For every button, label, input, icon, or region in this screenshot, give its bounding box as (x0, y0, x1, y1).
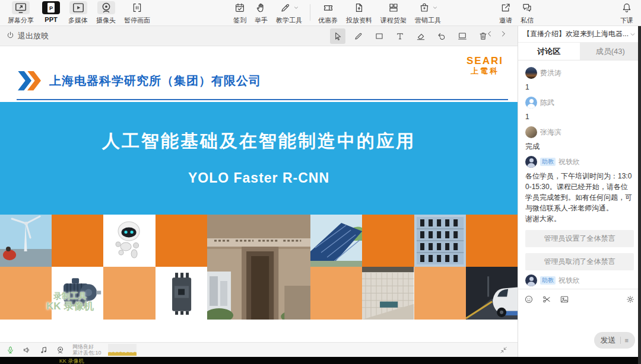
orange-tile-dark (362, 215, 414, 267)
toolbar-icon-row (131, 1, 144, 14)
toolbar-item-invite[interactable]: 邀请 (499, 1, 512, 25)
toolbar-divider (310, 4, 310, 21)
electric-car-photo (466, 267, 518, 320)
toolbar-item-direct-message[interactable]: 私信 (521, 1, 534, 25)
toolbar-group-end: 下课 (616, 1, 637, 25)
text-tool[interactable] (392, 28, 408, 44)
live-intro-title: 【直播介绍】欢迎来到上海电器... (523, 29, 629, 39)
pause-screen-icon (131, 1, 144, 14)
company-name: 上海电器科学研究所（集团）有限公司 (49, 73, 261, 89)
send-label: 发送 (601, 335, 616, 346)
recorder-watermark-line1: 录制工具 (46, 290, 94, 301)
chevron-decoration-blue (18, 71, 31, 91)
webcam-status-icon[interactable] (56, 346, 65, 355)
toolbar-item-screen-share[interactable]: 屏幕分享 (8, 1, 34, 25)
emoji-icon[interactable] (524, 295, 534, 304)
exit-presentation-button[interactable]: 退出放映 (6, 31, 49, 41)
annotation-tools (330, 28, 491, 44)
message-header: 陈武 (525, 97, 634, 108)
window-scrollbar[interactable] (638, 26, 641, 364)
sender-name: 祝轶欣 (559, 157, 580, 167)
invite-icon (499, 1, 512, 14)
circuit-breaker-photo (156, 267, 207, 320)
ppt-icon: P (42, 1, 60, 14)
materials-icon (353, 1, 366, 14)
toolbar-icon-row (255, 1, 268, 14)
toolbar-item-coupon[interactable]: 优惠券 (318, 1, 338, 25)
letterbox-bar: KK 录像机 (0, 357, 641, 364)
toolbar-icon-row (499, 1, 512, 14)
chat-message: 张海滨完成 (518, 122, 641, 152)
chat-message: 助教祝轶欣各位学员，下午培训时间为：13:00-15:30。课程已经开始，请各位… (518, 152, 641, 224)
message-header: 助教祝轶欣 (525, 274, 634, 286)
toolbar-item-class-end[interactable]: 下课 (620, 1, 633, 25)
toolbar-item-label: 屏幕分享 (8, 16, 34, 25)
toolbar-item-webcam[interactable]: 摄像头 (96, 1, 116, 25)
toolbar-icon-row (418, 1, 438, 14)
institute-building-photo (207, 215, 310, 320)
class-end-icon (620, 1, 633, 14)
toolbar-item-raise-hand[interactable]: 举手 (255, 1, 268, 25)
pen-tool[interactable] (351, 28, 366, 44)
toolbar-group-teaching: 签到举手教学工具优惠券投放资料课程货架营销工具 (229, 1, 445, 25)
select-tool[interactable] (330, 28, 345, 44)
chevron-down-icon[interactable] (629, 31, 636, 38)
orange-tile-dark (52, 215, 103, 267)
toolbar-icon-row (279, 1, 299, 14)
chat-message: 陈武1 (518, 92, 641, 122)
seari-logo: SEARI 上電科 (467, 56, 503, 75)
prev-slide-button[interactable] (485, 30, 494, 38)
toolbar-icon-row (233, 1, 246, 14)
toolbar-item-teaching-tools[interactable]: 教学工具 (276, 1, 302, 25)
undo-tool[interactable] (434, 28, 449, 44)
toolbar-item-materials[interactable]: 投放资料 (346, 1, 372, 25)
chat-tabs: 讨论区成员(43) (518, 43, 641, 60)
toolbar-item-label: 优惠券 (318, 16, 338, 25)
toolbar-item-pause-screen[interactable]: 暂停画面 (124, 1, 150, 25)
toolbar-item-check-in[interactable]: 签到 (233, 1, 246, 25)
speaker-icon[interactable] (23, 346, 31, 355)
screenshot-icon[interactable] (542, 295, 551, 304)
system-message: 管理员取消了全体禁言 (525, 253, 634, 270)
message-text: 各位学员，下午培训时间为：13:00-15:30。课程已经开始，请各位学员完成签… (525, 171, 634, 224)
chat-settings-icon[interactable] (626, 295, 635, 304)
presentation-toolbar: 退出放映 (0, 26, 518, 46)
whiteboard-tool[interactable] (455, 28, 470, 44)
toolbar-group-social: 邀请私信 (495, 1, 538, 25)
send-options-icon[interactable]: ≡ (625, 337, 629, 344)
tab-members[interactable]: 成员(43) (580, 43, 641, 60)
eraser-tool[interactable] (413, 28, 429, 44)
toolbar-item-course-shelf[interactable]: 课程货架 (380, 1, 407, 25)
toolbar-item-label: 举手 (255, 16, 268, 25)
chat-message: 助教祝轶欣课间休息：14:12-14:22 (518, 270, 641, 289)
send-button[interactable]: 发送 ≡ (594, 332, 635, 349)
seari-logo-chinese: 上電科 (467, 67, 503, 75)
message-header: 助教祝轶欣 (525, 156, 634, 168)
orange-tile-light (0, 267, 52, 320)
live-intro-bar[interactable]: 【直播介绍】欢迎来到上海电器... (518, 26, 641, 43)
packet-loss: 累计丢包:10 (72, 350, 101, 356)
recorder-watermark: 录制工具 KK 录像机 (46, 290, 94, 312)
robot-photo (103, 215, 155, 267)
mic-icon[interactable] (6, 346, 15, 355)
music-icon[interactable] (39, 346, 48, 355)
toolbar-item-marketing-tools[interactable]: 营销工具 (415, 1, 441, 25)
toolbar-icon-row (12, 1, 30, 14)
toolbar-item-label: 签到 (233, 16, 246, 25)
toolbar-item-label: 多媒体 (68, 16, 88, 25)
test-equipment-photo (414, 215, 466, 267)
toolbar-icon-row (69, 1, 87, 14)
toolbar-item-multimedia[interactable]: 多媒体 (68, 1, 88, 25)
collapse-view-icon[interactable] (499, 346, 508, 355)
toolbar-item-label: 营销工具 (415, 16, 441, 25)
rectangle-tool[interactable] (372, 28, 387, 44)
image-icon[interactable] (560, 295, 569, 304)
tab-discussion[interactable]: 讨论区 (518, 43, 580, 60)
toolbar-item-label: 教学工具 (276, 16, 302, 25)
toolbar-icon-row (97, 1, 115, 14)
next-slide-button[interactable] (499, 30, 507, 38)
toolbar-item-ppt[interactable]: PPPT (42, 1, 60, 23)
toolbar-group-source: 屏幕分享PPPT多媒体摄像头暂停画面 (4, 1, 154, 25)
toolbar-item-label: 课程货架 (380, 16, 407, 25)
message-header: 张海滨 (525, 126, 634, 138)
